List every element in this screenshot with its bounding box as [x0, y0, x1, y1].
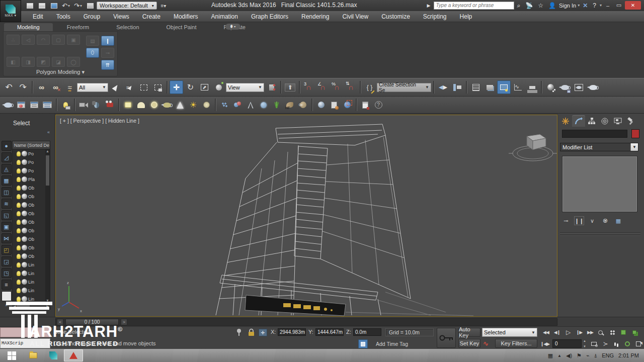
zoom-extents-all-icon[interactable]: [629, 328, 640, 337]
display-cameras-icon[interactable]: ▦: [2, 175, 12, 186]
select-and-link-icon[interactable]: ∞: [35, 80, 48, 94]
molecule-icon[interactable]: [231, 99, 244, 111]
light-on-icon[interactable]: [17, 271, 21, 276]
polygon-mode-icon[interactable]: ▢: [52, 35, 65, 45]
rendered-frame-window-icon[interactable]: [572, 80, 586, 94]
mirror-icon[interactable]: ◀▶: [436, 80, 450, 94]
scroll-right-icon[interactable]: ▶: [47, 305, 49, 309]
light-on-icon[interactable]: [17, 254, 21, 259]
select-by-name-icon[interactable]: ≡: [123, 80, 136, 94]
element-mode-icon[interactable]: ▣: [67, 35, 80, 45]
select-none-icon[interactable]: [2, 291, 12, 301]
light-on-icon[interactable]: [17, 194, 21, 199]
list-item[interactable]: Lin: [13, 260, 50, 269]
vertical-scrollbar[interactable]: ▲ ▼: [45, 149, 50, 302]
undo-icon[interactable]: ↶: [2, 80, 16, 94]
menu-civil-view[interactable]: Civil View: [336, 11, 375, 22]
object-color-swatch[interactable]: [631, 129, 639, 138]
preview-subobject-icon[interactable]: ◧: [7, 57, 20, 67]
isolate-selection-icon[interactable]: [358, 339, 368, 348]
vertex-mode-icon[interactable]: ∴: [7, 35, 20, 45]
list-item[interactable]: Ob: [13, 184, 50, 192]
perspective-viewport[interactable]: [ + ] [ Perspective ] [ Hidden Line ]: [55, 115, 557, 317]
time-configuration-icon[interactable]: [589, 339, 600, 348]
light-on-icon[interactable]: [17, 211, 21, 216]
go-to-end-icon[interactable]: ▶▶: [585, 328, 596, 337]
display-shapes-icon[interactable]: ◿: [2, 152, 12, 162]
pin-stack-icon[interactable]: ⊸: [561, 216, 571, 225]
list-item[interactable]: Pla: [13, 175, 50, 184]
display-groups-icon[interactable]: ◱: [2, 210, 12, 220]
disc-light-icon[interactable]: [148, 99, 160, 111]
schematic-view-icon[interactable]: [525, 80, 539, 94]
x-coordinate-field[interactable]: 2944.983m: [278, 328, 306, 336]
material-editor-icon[interactable]: [544, 80, 557, 94]
light-lister-icon[interactable]: [59, 99, 71, 111]
maxscript-mini-listener-pink[interactable]: [0, 327, 50, 337]
flower-cluster-icon[interactable]: [258, 99, 270, 111]
ribbon-tab-modeling[interactable]: Modeling: [4, 23, 53, 31]
plane-light-icon[interactable]: [122, 99, 134, 111]
list-item[interactable]: Lin: [13, 278, 50, 286]
clock[interactable]: 2:01 PM: [618, 352, 639, 358]
horizontal-scrollbar[interactable]: ◀ ▶: [12, 303, 50, 310]
list-item[interactable]: Po: [13, 158, 50, 166]
menu-rendering[interactable]: Rendering: [295, 11, 336, 22]
light-on-icon[interactable]: [17, 151, 21, 156]
sign-in-dropdown-icon[interactable]: ▾: [578, 3, 580, 8]
save-file-button[interactable]: [48, 1, 59, 10]
set-key-button[interactable]: Set Key: [458, 339, 480, 348]
application-menu-button[interactable]: MAX ▾: [0, 0, 21, 22]
tab-motion-icon[interactable]: [598, 116, 611, 127]
tab-create-icon[interactable]: [559, 116, 572, 127]
display-geometry-icon[interactable]: ●: [2, 141, 12, 151]
dome-light-icon[interactable]: [135, 99, 147, 111]
layer-explorer-icon[interactable]: [483, 80, 497, 94]
list-item[interactable]: Po: [13, 149, 50, 158]
use-soft-selection-icon[interactable]: ⬯: [86, 48, 99, 58]
hair-fur-icon[interactable]: HF: [284, 99, 296, 111]
selection-filter-dropdown[interactable]: All▼: [77, 83, 108, 92]
make-unique-icon[interactable]: ∨: [587, 216, 597, 225]
render-setup-window-icon[interactable]: [28, 99, 40, 111]
menu-customize[interactable]: Customize: [375, 11, 417, 22]
modifier-list-dropdown[interactable]: Modifier List ▼: [560, 143, 638, 151]
keyboard-shortcut-override-icon[interactable]: ⬆: [283, 80, 297, 94]
list-item[interactable]: Po: [13, 166, 50, 175]
orbit-icon[interactable]: [622, 339, 633, 348]
light-on-icon[interactable]: [17, 245, 21, 250]
key-mode-dropdown[interactable]: Selected▼: [482, 328, 537, 337]
tab-utilities-icon[interactable]: [624, 116, 637, 127]
redo-button[interactable]: ↷▾: [72, 1, 84, 10]
edit-named-selection-sets-icon[interactable]: { }: [363, 80, 376, 94]
open-file-button[interactable]: [36, 1, 47, 10]
material-editor-window-icon[interactable]: [15, 99, 27, 111]
light-on-icon[interactable]: [17, 288, 21, 293]
file-explorer-taskbar-icon[interactable]: [24, 349, 43, 361]
previous-frame-button-icon[interactable]: ◀❙: [551, 328, 562, 337]
selection-lock-icon[interactable]: [248, 328, 255, 338]
project-folder-button[interactable]: [85, 1, 96, 10]
scroll-down-icon[interactable]: ▼: [46, 299, 49, 302]
angle-snap-icon[interactable]: ∠∩: [316, 80, 330, 94]
configure-modifier-sets-icon[interactable]: ▦: [613, 216, 623, 225]
menu-modifiers[interactable]: Modifiers: [167, 11, 205, 22]
light-on-icon[interactable]: [17, 280, 21, 285]
auto-key-button[interactable]: Auto Key: [458, 328, 480, 337]
image-viewer-icon[interactable]: [328, 99, 340, 111]
render-setup-icon[interactable]: [558, 80, 572, 94]
scene-explorer-toggle-icon[interactable]: [469, 80, 482, 94]
scene-lister-icon[interactable]: [359, 99, 371, 111]
border-mode-icon[interactable]: ◠: [37, 35, 50, 45]
display-spacewarps-icon[interactable]: ≋: [2, 199, 12, 209]
scatter-icon[interactable]: [218, 99, 230, 111]
close-button[interactable]: ✕: [625, 1, 641, 10]
display-helpers-icon[interactable]: ◫: [2, 187, 12, 197]
ribbon-toggle-icon[interactable]: [497, 80, 511, 94]
list-item[interactable]: Ob: [13, 209, 50, 218]
power-plug-icon[interactable]: ⌁: [586, 352, 590, 359]
bind-to-space-warp-icon[interactable]: ≈∞: [63, 80, 76, 94]
next-frame-button-icon[interactable]: ❙▶: [574, 328, 585, 337]
light-on-icon[interactable]: [17, 237, 21, 242]
redo-icon[interactable]: ↷: [16, 80, 30, 94]
